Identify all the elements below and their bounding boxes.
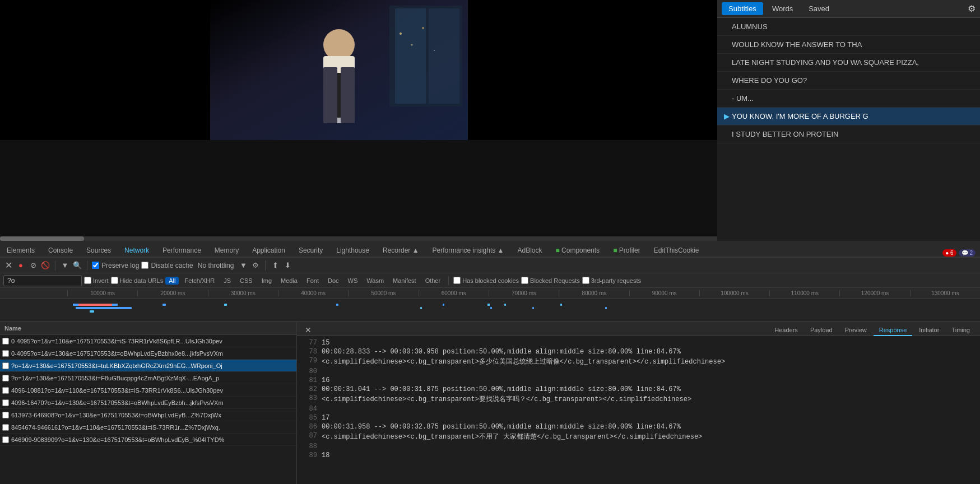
invert-input[interactable] xyxy=(84,277,91,284)
line-content-9: 00:00:31.958 --> 00:00:32.875 position:5… xyxy=(322,423,681,431)
tab-performance[interactable]: Performance xyxy=(156,244,208,258)
tab-adblock[interactable]: AdBlock xyxy=(510,244,549,258)
subtitle-item-2[interactable]: LATE NIGHT STUDYING AND YOU WA SQUARE PI… xyxy=(717,54,980,72)
tab-perf-insights[interactable]: Performance insights ▲ xyxy=(426,244,511,258)
network-row-0[interactable]: 0-4095?o=1&v=110&e=1675170553&t=iS-73RR1… xyxy=(0,335,296,347)
tab-sources[interactable]: Sources xyxy=(80,244,118,258)
network-row-1[interactable]: 0-4095?o=1&v=130&e=1675170553&t=oBWhpLvd… xyxy=(0,347,296,360)
code-line-7: 84 xyxy=(299,404,978,413)
network-row-checkbox-0[interactable] xyxy=(2,338,9,345)
settings-gear-icon[interactable]: ⚙ xyxy=(968,3,976,14)
tab-components[interactable]: ■ Components xyxy=(549,244,607,258)
network-row-checkbox-7[interactable] xyxy=(2,424,9,431)
subtitle-item-5[interactable]: ▶ YOU KNOW, I'M MORE OF A BURGER G xyxy=(717,108,980,125)
tab-network[interactable]: Network xyxy=(118,244,156,258)
filter-fetch-xhr[interactable]: Fetch/XHR xyxy=(181,277,218,285)
network-row-checkbox-8[interactable] xyxy=(2,436,9,443)
network-row-checkbox-3[interactable] xyxy=(2,375,9,381)
subtitle-item-6[interactable]: I STUDY BETTER ON PROTEIN xyxy=(717,125,980,143)
disable-cache-checkbox[interactable]: Disable cache xyxy=(141,262,193,269)
code-line-5: 8200:00:31.041 --> 00:00:31.875 position… xyxy=(299,385,978,394)
filter-manifest[interactable]: Manifest xyxy=(389,277,420,285)
tab-words[interactable]: Words xyxy=(765,2,800,15)
invert-checkbox[interactable]: Invert xyxy=(84,277,109,284)
tab-security[interactable]: Security xyxy=(292,244,329,258)
network-row-checkbox-5[interactable] xyxy=(2,399,9,406)
filter-icon[interactable]: ▼ xyxy=(60,260,70,271)
network-row-5[interactable]: 4096-16470?o=1&v=130&e=1675170553&t=oBWh… xyxy=(0,397,296,409)
clear-button[interactable]: 🚫 xyxy=(40,260,50,271)
tab-subtitles[interactable]: Subtitles xyxy=(722,2,763,15)
close-devtools-button[interactable]: ✕ xyxy=(3,260,13,271)
preserve-log-input[interactable] xyxy=(92,262,99,269)
tab-profiler[interactable]: ■ Profiler xyxy=(606,244,647,258)
filter-css[interactable]: CSS xyxy=(236,277,256,285)
blocked-requests-input[interactable] xyxy=(521,277,528,284)
tab-lighthouse[interactable]: Lighthouse xyxy=(329,244,376,258)
req-tab-response[interactable]: Response xyxy=(874,325,913,336)
subtitle-item-0[interactable]: ALUMNUS xyxy=(717,18,980,36)
network-row-checkbox-2[interactable] xyxy=(2,362,9,369)
filter-img[interactable]: Img xyxy=(258,277,275,285)
req-tab-headers[interactable]: Headers xyxy=(769,325,803,336)
filter-font[interactable]: Font xyxy=(303,277,322,285)
hide-data-urls-input[interactable] xyxy=(111,277,118,284)
third-party-checkbox[interactable]: 3rd-party requests xyxy=(582,277,641,284)
horizontal-scrollbar[interactable] xyxy=(0,236,717,241)
hide-data-urls-checkbox[interactable]: Hide data URLs xyxy=(111,277,164,284)
code-line-1: 7800:00:28.833 --> 00:00:30.958 position… xyxy=(299,347,978,356)
has-blocked-cookies-input[interactable] xyxy=(453,277,461,284)
tab-application[interactable]: Application xyxy=(245,244,292,258)
filter-media[interactable]: Media xyxy=(277,277,301,285)
stop-button[interactable]: ⊘ xyxy=(28,260,38,271)
tl-bar-10 xyxy=(490,307,492,309)
code-line-2: 79<c.simplifiedchinese><c.bg_transparent… xyxy=(299,356,978,367)
filter-all[interactable]: All xyxy=(165,277,179,285)
record-button[interactable]: ● xyxy=(16,260,26,271)
network-row-4[interactable]: 4096-10881?o=1&v=110&e=1675170553&t=iS-7… xyxy=(0,384,296,397)
network-row-checkbox-4[interactable] xyxy=(2,387,9,394)
code-line-6: 83<c.simplifiedchinese><c.bg_transparent… xyxy=(299,394,978,404)
req-tab-initiator[interactable]: Initiator xyxy=(913,325,945,336)
tab-elements[interactable]: Elements xyxy=(0,244,41,258)
close-request-button[interactable]: ✕ xyxy=(301,324,315,336)
has-blocked-cookies-checkbox[interactable]: Has blocked cookies xyxy=(453,277,519,284)
tab-console[interactable]: Console xyxy=(41,244,80,258)
export-button[interactable]: ⬇ xyxy=(282,260,292,271)
name-column-header: Name xyxy=(4,325,21,332)
subtitle-item-4[interactable]: - UM... xyxy=(717,90,980,108)
third-party-input[interactable] xyxy=(582,277,589,284)
filter-ws[interactable]: WS xyxy=(345,277,361,285)
network-row-7[interactable]: 8454674-9466161?o=1&v=110&e=1675170553&t… xyxy=(0,421,296,434)
network-conditions-icon[interactable]: ⚙ xyxy=(250,260,261,271)
search-icon[interactable]: 🔍 xyxy=(72,260,82,271)
subtitle-item-1[interactable]: WOULD KNOW THE ANSWER TO THA xyxy=(717,36,980,54)
filter-input[interactable] xyxy=(3,275,82,286)
tab-memory[interactable]: Memory xyxy=(208,244,245,258)
throttling-dropdown[interactable]: ▼ xyxy=(238,260,248,271)
blocked-requests-checkbox[interactable]: Blocked Requests xyxy=(521,277,580,284)
filter-other[interactable]: Other xyxy=(422,277,444,285)
scrollbar-thumb[interactable] xyxy=(0,236,84,241)
network-row-checkbox-6[interactable] xyxy=(2,412,9,418)
network-row-3[interactable]: ?o=1&v=130&e=1675170553&t=F8uGBucppg4cZm… xyxy=(0,372,296,384)
filter-doc[interactable]: Doc xyxy=(324,277,342,285)
network-row-checkbox-1[interactable] xyxy=(2,350,9,357)
tab-recorder[interactable]: Recorder ▲ xyxy=(376,244,426,258)
filter-wasm[interactable]: Wasm xyxy=(363,277,387,285)
req-tab-timing[interactable]: Timing xyxy=(946,325,976,336)
network-row-8[interactable]: 646909-9083909?o=1&v=130&e=1675170553&t=… xyxy=(0,434,296,446)
network-row-6[interactable]: 613973-646908?o=1&v=130&e=1675170553&t=o… xyxy=(0,409,296,421)
req-tab-payload[interactable]: Payload xyxy=(805,325,838,336)
network-row-2[interactable]: ?o=1&v=130&e=1675170553&t=tuLKBbXZqtxhGR… xyxy=(0,360,296,372)
tab-edit-cookie[interactable]: EditThisCookie xyxy=(647,244,706,258)
import-button[interactable]: ⬆ xyxy=(270,260,280,271)
movie-scene xyxy=(210,0,468,140)
subtitle-item-3[interactable]: WHERE DO YOU GO? xyxy=(717,72,980,90)
filter-js[interactable]: JS xyxy=(220,277,234,285)
devtools-toolbar: ✕ ● ⊘ 🚫 ▼ 🔍 Preserve log Disable cache N… xyxy=(0,258,980,273)
preserve-log-checkbox[interactable]: Preserve log xyxy=(92,262,139,269)
req-tab-preview[interactable]: Preview xyxy=(839,325,872,336)
tab-saved[interactable]: Saved xyxy=(802,2,836,15)
disable-cache-input[interactable] xyxy=(141,262,148,269)
